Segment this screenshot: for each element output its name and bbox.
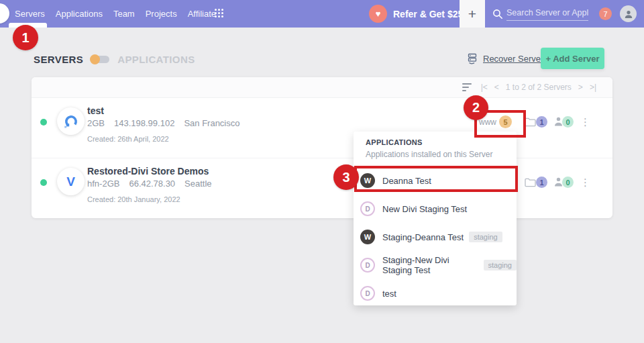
app-name: test <box>382 289 396 299</box>
recover-server-icon <box>467 53 478 64</box>
server-created-date: Created: 20th January, 2022 <box>87 195 180 203</box>
top-navbar: Servers Applications Team Projects Affil… <box>0 0 644 28</box>
server-name[interactable]: Restored-Divi Store Demos <box>87 166 209 177</box>
recover-server-label: Recover Server <box>483 54 543 64</box>
server-row-actions: 1 0 ⋮ <box>32 176 612 189</box>
list-toolbar: |< < 1 to 2 of 2 Servers > >| <box>32 77 612 98</box>
kebab-menu-icon[interactable]: ⋮ <box>580 115 590 128</box>
nav-item-affiliate[interactable]: Affiliate <box>188 9 216 19</box>
annotation-step-3: 3 <box>333 164 359 190</box>
toggle-knob <box>90 54 100 64</box>
app-item-test[interactable]: D test <box>354 279 517 307</box>
server-row-restored-divi[interactable]: V Restored-Divi Store Demos hfn-2GB66.42… <box>32 158 612 217</box>
cloudways-dashboard: Servers Applications Team Projects Affil… <box>0 0 644 343</box>
staging-badge: staging <box>484 260 517 271</box>
app-item-staging-deanna-test[interactable]: W Staging-Deanna Test staging <box>354 223 517 251</box>
annotation-step-2: 2 <box>464 95 488 120</box>
recover-server-link[interactable]: Recover Server <box>467 53 543 64</box>
person-icon <box>624 9 633 19</box>
applications-dropdown: APPLICATIONS Applications installed on t… <box>354 132 517 305</box>
nav-item-servers[interactable]: Servers <box>15 9 45 19</box>
refer-link[interactable]: ♥ Refer & Get $25 <box>369 0 463 28</box>
view-tabs: SERVERS APPLICATIONS <box>34 54 195 65</box>
projects-count-badge[interactable]: 1 <box>536 177 547 188</box>
pagination-next-button[interactable]: > <box>578 83 583 92</box>
tab-servers[interactable]: SERVERS <box>34 54 83 65</box>
annotation-step-1: 1 <box>13 25 38 50</box>
app-item-staging-new-divi-staging-test[interactable]: D Staging-New Divi Staging Test staging <box>354 251 517 279</box>
pagination-status: 1 to 2 of 2 Servers <box>506 83 572 92</box>
team-count-badge[interactable]: 0 <box>562 116 574 128</box>
pagination-prev-button[interactable]: < <box>494 83 499 92</box>
dropdown-subtitle: Applications installed on this Server <box>354 146 517 159</box>
refer-label: Refer & Get $25 <box>393 9 463 19</box>
divi-app-icon: D <box>360 201 375 216</box>
user-avatar[interactable] <box>620 5 637 22</box>
app-item-new-divi-staging-test[interactable]: D New Divi Staging Test <box>354 195 517 223</box>
view-toggle-switch[interactable] <box>91 56 109 63</box>
app-name: Staging-Deanna Test <box>382 232 464 242</box>
search-icon <box>492 9 503 19</box>
pagination-first-button[interactable]: |< <box>481 83 488 92</box>
app-name: Staging-New Divi Staging Test <box>382 255 478 275</box>
nav-item-team[interactable]: Team <box>113 9 135 19</box>
divi-app-icon: D <box>360 258 375 273</box>
add-server-button[interactable]: + Add Server <box>541 48 604 69</box>
servers-list-card: |< < 1 to 2 of 2 Servers > >| test 2GB14… <box>32 77 612 218</box>
staging-badge: staging <box>469 232 502 242</box>
projects-folder-icon[interactable] <box>525 178 536 187</box>
pagination: |< < 1 to 2 of 2 Servers > >| <box>481 83 596 92</box>
add-new-button[interactable]: + <box>460 0 485 28</box>
team-count-badge[interactable]: 0 <box>562 177 574 188</box>
nav-item-projects[interactable]: Projects <box>146 9 177 19</box>
projects-folder-icon[interactable] <box>525 117 536 127</box>
divi-app-icon: D <box>360 286 375 301</box>
kebab-menu-icon[interactable]: ⋮ <box>580 176 590 189</box>
annotation-highlight-deanna-test <box>354 166 518 192</box>
global-search <box>492 0 588 28</box>
server-name[interactable]: test <box>87 105 104 116</box>
sort-icon[interactable] <box>462 83 472 91</box>
server-created-date: Created: 26th April, 2022 <box>87 135 169 143</box>
search-input[interactable] <box>506 7 588 21</box>
app-name: New Divi Staging Test <box>382 204 467 214</box>
notification-badge[interactable]: 7 <box>599 7 612 20</box>
pagination-last-button[interactable]: >| <box>590 83 596 92</box>
wordpress-icon: W <box>360 230 375 244</box>
projects-count-badge[interactable]: 1 <box>536 116 547 128</box>
apps-grid-icon[interactable] <box>215 9 224 18</box>
brand-logo[interactable] <box>0 3 9 23</box>
nav-item-applications[interactable]: Applications <box>56 9 103 19</box>
heart-icon: ♥ <box>369 5 387 23</box>
page-header: SERVERS APPLICATIONS Recover Server + Ad… <box>0 47 644 74</box>
tab-applications[interactable]: APPLICATIONS <box>117 54 195 65</box>
